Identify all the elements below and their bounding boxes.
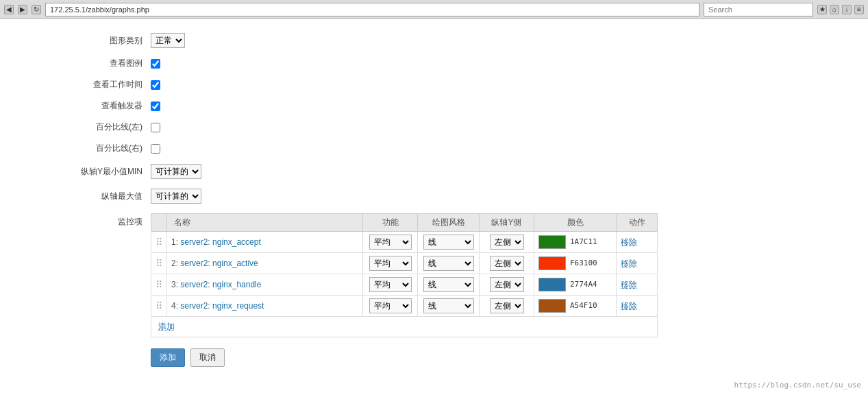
show-graph-label: 查看图例 bbox=[27, 58, 151, 69]
show-trigger-control bbox=[151, 101, 160, 111]
function-select[interactable]: 平均最小值最大值全部 bbox=[369, 298, 412, 313]
draw-style-select[interactable]: 线填充区域粗线虚线点 bbox=[423, 256, 474, 271]
drag-handle[interactable]: ⠿ bbox=[151, 296, 167, 317]
yaxis-select[interactable]: 左侧右侧 bbox=[490, 235, 524, 250]
home-icon[interactable]: ⌂ bbox=[830, 5, 839, 14]
item-draw-style-cell: 线填充区域粗线虚线点 bbox=[418, 274, 480, 296]
color-value: 1A7C11 bbox=[570, 237, 597, 246]
show-trigger-row: 查看触发器 bbox=[27, 100, 841, 112]
item-yaxis-cell: 左侧右侧 bbox=[480, 253, 534, 274]
item-function-cell: 平均最小值最大值全部 bbox=[363, 274, 418, 296]
item-action-cell: 移除 bbox=[617, 296, 658, 317]
ymin-select[interactable]: 可计算的 固定的 监控项 bbox=[151, 164, 201, 179]
bookmark-icon[interactable]: ★ bbox=[817, 5, 827, 14]
item-name-cell: 1: server2: nginx_accept bbox=[167, 232, 363, 253]
graph-type-select[interactable]: 正常 堆叠 饼图 分离 bbox=[151, 33, 185, 48]
table-header-row: 名称 功能 绘图风格 纵轴Y侧 颜色 动作 bbox=[151, 214, 658, 232]
ymin-control: 可计算的 固定的 监控项 bbox=[151, 164, 201, 179]
show-trigger-label: 查看触发器 bbox=[27, 100, 151, 112]
yaxis-select[interactable]: 左侧右侧 bbox=[490, 298, 524, 313]
color-value: 2774A4 bbox=[570, 280, 597, 289]
show-work-time-checkbox[interactable] bbox=[151, 80, 160, 90]
ymin-row: 纵轴Y最小值MIN 可计算的 固定的 监控项 bbox=[27, 164, 841, 179]
add-item-button[interactable]: 添加 bbox=[158, 321, 175, 333]
table-row: ⠿4: server2: nginx_request平均最小值最大值全部线填充区… bbox=[151, 296, 658, 317]
item-number: 4: bbox=[171, 301, 178, 311]
menu-icon[interactable]: ≡ bbox=[854, 5, 864, 14]
show-graph-checkbox[interactable] bbox=[151, 59, 160, 69]
back-button[interactable]: ◀ bbox=[4, 5, 14, 14]
show-trigger-checkbox[interactable] bbox=[151, 101, 160, 111]
table-row: ⠿1: server2: nginx_accept平均最小值最大值全部线填充区域… bbox=[151, 232, 658, 253]
drag-handle[interactable]: ⠿ bbox=[151, 232, 167, 253]
monitoring-label: 监控项 bbox=[27, 213, 151, 228]
ymax-control: 可计算的 固定的 监控项 bbox=[151, 189, 201, 204]
graph-type-row: 图形类别 正常 堆叠 饼图 分离 bbox=[27, 33, 841, 48]
watermark: https://blog.csdn.net/su_use bbox=[734, 381, 861, 390]
percent-left-checkbox[interactable] bbox=[151, 123, 160, 132]
item-color-cell: A54F10 bbox=[534, 296, 617, 317]
remove-link[interactable]: 移除 bbox=[621, 259, 637, 268]
yaxis-select[interactable]: 左侧右侧 bbox=[490, 256, 524, 271]
item-yaxis-cell: 左侧右侧 bbox=[480, 274, 534, 296]
ymax-select[interactable]: 可计算的 固定的 监控项 bbox=[151, 189, 201, 204]
item-link[interactable]: server2: nginx_active bbox=[180, 259, 258, 268]
color-value: F63100 bbox=[570, 259, 597, 267]
item-number: 1: bbox=[171, 237, 178, 247]
item-name-cell: 4: server2: nginx_request bbox=[167, 296, 363, 317]
monitoring-table: 名称 功能 绘图风格 纵轴Y侧 颜色 动作 ⠿1: server2: nginx… bbox=[151, 213, 658, 337]
function-select[interactable]: 平均最小值最大值全部 bbox=[369, 256, 412, 271]
drag-handle[interactable]: ⠿ bbox=[151, 274, 167, 296]
th-draw-style: 绘图风格 bbox=[418, 214, 480, 232]
item-link[interactable]: server2: nginx_accept bbox=[180, 237, 260, 247]
color-value: A54F10 bbox=[570, 301, 597, 310]
add-item-row: 添加 bbox=[151, 317, 658, 337]
monitoring-table-wrapper: 名称 功能 绘图风格 纵轴Y侧 颜色 动作 ⠿1: server2: nginx… bbox=[151, 213, 658, 337]
drag-handle[interactable]: ⠿ bbox=[151, 253, 167, 274]
item-action-cell: 移除 bbox=[617, 274, 658, 296]
color-swatch[interactable] bbox=[538, 235, 566, 249]
graph-type-label: 图形类别 bbox=[27, 35, 151, 47]
remove-link[interactable]: 移除 bbox=[621, 237, 637, 247]
bottom-buttons: 添加 取消 bbox=[151, 348, 841, 367]
browser-icons: ★ ⌂ ↓ ≡ bbox=[817, 5, 864, 14]
address-bar[interactable]: 172.25.5.1/zabbix/graphs.php bbox=[45, 3, 699, 16]
yaxis-select[interactable]: 左侧右侧 bbox=[490, 277, 524, 292]
item-link[interactable]: server2: nginx_handle bbox=[180, 280, 261, 289]
refresh-button[interactable]: ↻ bbox=[32, 5, 41, 14]
add-button[interactable]: 添加 bbox=[151, 348, 185, 367]
th-yaxis-side: 纵轴Y侧 bbox=[480, 214, 534, 232]
download-icon[interactable]: ↓ bbox=[842, 5, 852, 14]
color-swatch[interactable] bbox=[538, 299, 566, 313]
function-select[interactable]: 平均最小值最大值全部 bbox=[369, 235, 412, 250]
percent-right-row: 百分比线(右) bbox=[27, 143, 841, 154]
percent-right-checkbox[interactable] bbox=[151, 144, 160, 154]
search-input[interactable] bbox=[704, 3, 813, 16]
draw-style-select[interactable]: 线填充区域粗线虚线点 bbox=[423, 277, 474, 292]
percent-left-label: 百分比线(左) bbox=[27, 121, 151, 133]
item-yaxis-cell: 左侧右侧 bbox=[480, 296, 534, 317]
draw-style-select[interactable]: 线填充区域粗线虚线点 bbox=[423, 298, 474, 313]
item-yaxis-cell: 左侧右侧 bbox=[480, 232, 534, 253]
color-swatch[interactable] bbox=[538, 278, 566, 291]
item-color-cell: F63100 bbox=[534, 253, 617, 274]
item-action-cell: 移除 bbox=[617, 232, 658, 253]
item-number: 3: bbox=[171, 280, 178, 289]
forward-button[interactable]: ▶ bbox=[18, 5, 27, 14]
monitoring-section: 监控项 名称 功能 绘图风格 纵轴Y侧 颜色 动作 ⠿1: server2: n… bbox=[27, 213, 841, 337]
item-function-cell: 平均最小值最大值全部 bbox=[363, 296, 418, 317]
th-name: 名称 bbox=[167, 214, 363, 232]
th-action: 动作 bbox=[617, 214, 658, 232]
remove-link[interactable]: 移除 bbox=[621, 301, 637, 311]
color-swatch[interactable] bbox=[538, 256, 566, 270]
item-draw-style-cell: 线填充区域粗线虚线点 bbox=[418, 232, 480, 253]
cancel-button[interactable]: 取消 bbox=[190, 348, 225, 367]
item-action-cell: 移除 bbox=[617, 253, 658, 274]
th-function: 功能 bbox=[363, 214, 418, 232]
table-row: ⠿3: server2: nginx_handle平均最小值最大值全部线填充区域… bbox=[151, 274, 658, 296]
draw-style-select[interactable]: 线填充区域粗线虚线点 bbox=[423, 235, 474, 250]
show-work-time-control bbox=[151, 80, 160, 90]
function-select[interactable]: 平均最小值最大值全部 bbox=[369, 277, 412, 292]
item-link[interactable]: server2: nginx_request bbox=[180, 301, 264, 311]
remove-link[interactable]: 移除 bbox=[621, 280, 637, 289]
